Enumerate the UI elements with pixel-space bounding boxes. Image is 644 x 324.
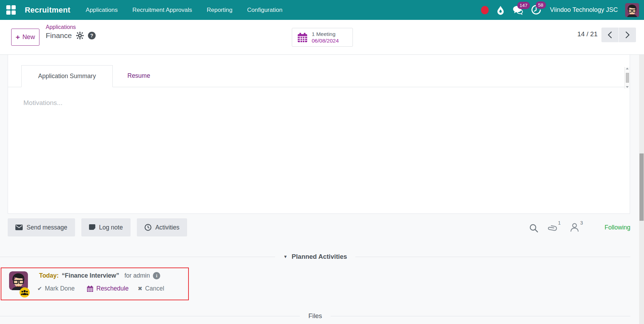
followers-button[interactable]: 3 [570, 222, 583, 232]
mark-done-button[interactable]: ✔ Mark Done [37, 285, 75, 292]
files-title[interactable]: Files [308, 312, 322, 320]
menu-recruitment-approvals[interactable]: Recruitment Approvals [132, 5, 193, 16]
tab-application-summary[interactable]: Application Summary [21, 65, 113, 87]
meeting-date: 06/08/2024 [312, 37, 339, 44]
record-indicator-icon[interactable] [481, 6, 489, 14]
following-toggle[interactable]: Following [605, 222, 630, 233]
page-scrollbar[interactable] [639, 55, 644, 324]
chatter-icons: 1 3 Following [529, 222, 630, 233]
followers-count: 3 [580, 220, 583, 232]
info-icon[interactable]: i [153, 272, 160, 279]
gear-icon[interactable] [76, 32, 84, 39]
main-menu: Applications Recruitment Approvals Repor… [85, 5, 283, 16]
note-icon [89, 224, 95, 231]
menu-reporting[interactable]: Reporting [206, 5, 233, 16]
scroll-up-icon[interactable] [626, 68, 629, 69]
plus-icon: + [16, 33, 20, 41]
tab-resume[interactable]: Resume [113, 65, 165, 87]
form-view: Application Summary Resume Motivations..… [0, 54, 644, 324]
clock-icon [145, 224, 151, 231]
app-title: Recruitment [25, 6, 71, 15]
menu-applications[interactable]: Applications [85, 5, 119, 16]
pager-next-button[interactable] [619, 28, 636, 42]
scrollbar-thumb[interactable] [639, 153, 644, 221]
attachments-button[interactable]: 1 [547, 222, 561, 233]
activities-clock-icon[interactable]: 58 [531, 5, 541, 15]
company-name[interactable]: Viindoo Technology JSC [550, 6, 618, 14]
meeting-button[interactable]: 1 Meeting 06/08/2024 [292, 28, 353, 47]
user-avatar[interactable] [625, 3, 639, 17]
cancel-activity-button[interactable]: ✖ Cancel [138, 285, 164, 292]
meeting-type-icon [20, 287, 30, 297]
log-note-button[interactable]: Log note [81, 218, 131, 236]
files-section: Files [0, 312, 630, 320]
activities-count-badge: 58 [536, 1, 546, 9]
reschedule-button[interactable]: Reschedule [87, 285, 128, 292]
messages-count-badge: 147 [517, 2, 530, 9]
person-icon [570, 222, 579, 232]
tabs-scrollbar[interactable] [624, 67, 630, 89]
breadcrumb-current: Finance [46, 31, 72, 40]
collapse-icon[interactable]: ▼ [283, 254, 288, 259]
water-drop-icon[interactable] [496, 5, 505, 15]
new-button-label: New [22, 33, 35, 41]
menu-configuration[interactable]: Configuration [246, 5, 283, 16]
attachments-count: 1 [558, 220, 561, 233]
form-sheet: Application Summary Resume Motivations..… [8, 55, 630, 214]
check-icon: ✔ [37, 285, 42, 292]
motivations-editor[interactable]: Motivations... [8, 87, 630, 107]
planned-activities-section: ▼ Planned Activities [0, 253, 630, 261]
activity-summary-line: Today: “Finance Interview” for admin i [39, 272, 160, 279]
messages-icon[interactable]: 147 [512, 5, 524, 15]
new-button[interactable]: + New [11, 29, 39, 46]
calendar-icon [297, 32, 308, 43]
search-messages-icon[interactable] [529, 224, 538, 233]
meeting-count: 1 Meeting [312, 31, 339, 37]
scroll-down-icon[interactable] [626, 86, 629, 88]
top-navbar: Recruitment Applications Recruitment App… [0, 0, 644, 20]
activity-title: “Finance Interview” [62, 272, 119, 279]
activity-actions: ✔ Mark Done Reschedule ✖ Cancel [37, 285, 164, 292]
activity-row-highlight: Today: “Finance Interview” for admin i ✔… [1, 268, 189, 300]
chatter-toolbar: Send message Log note Activities 1 3 Fol… [8, 218, 630, 236]
apps-menu-icon[interactable] [6, 5, 16, 15]
activity-due: Today: [39, 272, 59, 279]
cross-icon: ✖ [138, 285, 142, 292]
planned-activities-title[interactable]: Planned Activities [292, 253, 347, 261]
control-panel: + New Applications Finance ? 1 Meeting 0… [0, 20, 644, 54]
pager-value: 14 / 21 [577, 30, 598, 38]
activities-button[interactable]: Activities [137, 218, 187, 236]
calendar-small-icon [87, 285, 94, 292]
notebook-tabs: Application Summary Resume [8, 55, 630, 87]
paperclip-icon [547, 222, 557, 233]
systray: 147 58 Viindoo Technology JSC [481, 3, 639, 17]
help-icon[interactable]: ? [88, 32, 96, 39]
breadcrumb: Applications Finance ? [46, 24, 96, 40]
envelope-icon [15, 225, 23, 230]
activity-assignee: for admin [124, 272, 150, 279]
send-message-button[interactable]: Send message [8, 218, 75, 236]
tabs-scrollbar-thumb[interactable] [626, 73, 629, 83]
pager-previous-button[interactable] [601, 28, 619, 42]
breadcrumb-applications[interactable]: Applications [46, 24, 96, 30]
